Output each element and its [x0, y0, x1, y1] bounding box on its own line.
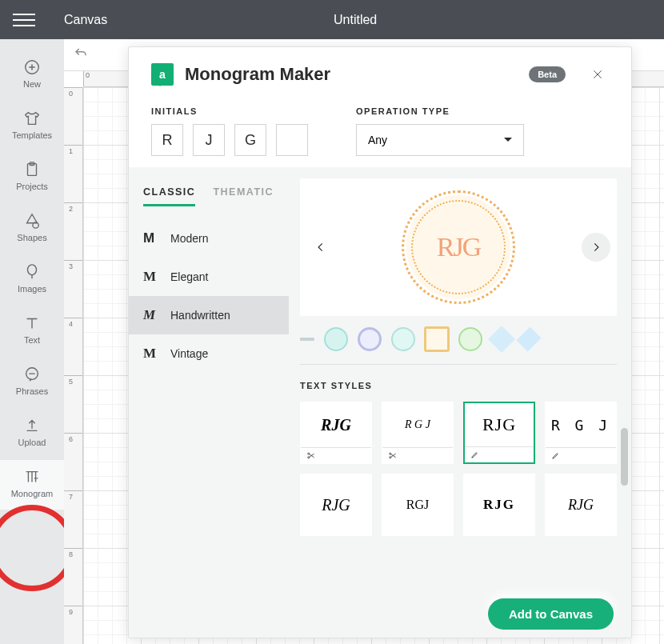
shirt-icon: [23, 110, 41, 127]
style-label: Handwritten: [170, 309, 230, 322]
text-style-sample: R G J: [546, 402, 616, 447]
monogram-panel: a Monogram Maker Beta INITIALS R J G OPE…: [128, 46, 632, 638]
text-style-card[interactable]: RJG: [300, 402, 372, 464]
preview-card: RJG: [300, 178, 617, 316]
initial-input-1[interactable]: R: [151, 124, 183, 156]
next-button[interactable]: [582, 233, 610, 262]
text-style-card[interactable]: RJG: [463, 474, 535, 536]
text-style-sample: RJG: [301, 402, 371, 447]
chevron-right-icon: [590, 239, 602, 255]
add-to-canvas-button[interactable]: Add to Canvas: [488, 598, 614, 630]
scrollbar-thumb[interactable]: [621, 428, 628, 486]
sidebar-item-images[interactable]: Images: [0, 255, 64, 305]
left-sidebar: New Templates Projects Shapes Images Tex…: [0, 39, 64, 644]
close-icon: [591, 68, 604, 81]
text-icon: [23, 314, 41, 332]
style-label: Modern: [170, 232, 208, 245]
sidebar-label: Templates: [12, 130, 52, 140]
ruler-vertical: 0123456789: [64, 87, 83, 644]
text-style-sample: RGJ: [382, 474, 453, 535]
color-swatch-selected[interactable]: [425, 327, 449, 351]
style-modern[interactable]: M Modern: [129, 219, 289, 258]
color-swatch[interactable]: [516, 326, 541, 351]
sidebar-label: Images: [18, 284, 46, 294]
text-styles-grid: RJGR G JRJGR G JRJGRGJRJGRJG: [300, 402, 617, 544]
text-style-card[interactable]: RGJ: [382, 474, 454, 536]
sidebar-item-templates[interactable]: Templates: [0, 102, 64, 151]
sidebar-label: New: [23, 79, 41, 89]
color-swatch[interactable]: [358, 327, 382, 351]
tab-thematic[interactable]: THEMATIC: [213, 186, 274, 206]
sidebar-item-shapes[interactable]: Shapes: [0, 204, 64, 254]
scissors-icon: [301, 447, 371, 463]
sidebar-label: Monogram: [11, 489, 54, 498]
text-style-sample: RJG: [546, 474, 616, 535]
pen-icon: [465, 446, 534, 462]
text-style-sample: RJG: [301, 474, 371, 535]
sidebar-label: Upload: [18, 438, 46, 447]
initials-row: R J G: [151, 124, 308, 156]
initials-label: INITIALS: [151, 106, 308, 116]
text-style-sample: RJG: [464, 474, 534, 535]
monogram-icon: [23, 468, 41, 486]
chat-icon: [23, 366, 41, 383]
color-swatch[interactable]: [391, 327, 415, 351]
sidebar-label: Projects: [16, 182, 48, 191]
sidebar-label: Shapes: [17, 233, 46, 242]
initial-input-3[interactable]: G: [234, 124, 266, 156]
panel-title: Monogram Maker: [185, 64, 518, 85]
balloon-icon: [23, 263, 41, 281]
shapes-icon: [23, 212, 41, 230]
initial-input-2[interactable]: J: [193, 124, 225, 156]
text-style-card[interactable]: RJG: [463, 402, 535, 464]
text-styles-label: TEXT STYLES: [300, 365, 617, 402]
plus-circle-icon: [23, 58, 41, 76]
sidebar-item-upload[interactable]: Upload: [0, 409, 64, 458]
text-style-sample: RJG: [465, 403, 534, 446]
app-name: Canvas: [64, 13, 107, 27]
document-title[interactable]: Untitled: [334, 13, 377, 26]
panel-logo-icon: a: [151, 63, 174, 86]
chevron-down-icon: [504, 138, 512, 146]
chevron-left-icon: [315, 239, 326, 255]
style-elegant[interactable]: M Elegant: [129, 258, 289, 296]
style-handwritten[interactable]: M Handwritten: [129, 296, 289, 334]
sidebar-item-projects[interactable]: Projects: [0, 153, 64, 202]
upload-icon: [23, 417, 41, 434]
menu-icon[interactable]: [13, 14, 35, 26]
style-glyph: M: [143, 230, 161, 246]
beta-badge: Beta: [529, 66, 566, 82]
sidebar-item-phrases[interactable]: Phrases: [0, 358, 64, 407]
color-swatch[interactable]: [324, 327, 348, 351]
pen-icon: [546, 447, 616, 463]
style-glyph: M: [143, 307, 161, 323]
undo-button[interactable]: [74, 46, 88, 64]
monogram-preview: RJG: [406, 195, 510, 299]
style-label: Elegant: [170, 270, 208, 283]
sidebar-label: Text: [24, 335, 40, 345]
sidebar-item-text[interactable]: Text: [0, 306, 64, 356]
style-vintage[interactable]: M Vintage: [129, 334, 289, 373]
operation-type-select[interactable]: Any: [356, 124, 524, 156]
clipboard-icon: [23, 161, 41, 178]
text-style-card[interactable]: R G J: [545, 402, 617, 464]
style-glyph: M: [143, 269, 161, 285]
color-swatch[interactable]: [488, 326, 515, 353]
text-style-sample: R G J: [382, 402, 453, 447]
color-swatch[interactable]: [458, 327, 482, 351]
style-glyph: M: [143, 346, 161, 362]
text-style-card[interactable]: RJG: [300, 474, 372, 536]
svg-point-4: [28, 265, 37, 275]
sidebar-item-new[interactable]: New: [0, 50, 64, 100]
tab-classic[interactable]: CLASSIC: [143, 186, 195, 206]
sidebar-item-monogram[interactable]: Monogram: [0, 460, 64, 510]
operation-type-label: OPERATION TYPE: [356, 106, 524, 116]
color-swatch[interactable]: [300, 338, 314, 341]
sidebar-label: Phrases: [16, 386, 48, 396]
operation-value: Any: [368, 134, 387, 146]
text-style-card[interactable]: R G J: [382, 402, 454, 464]
text-style-card[interactable]: RJG: [545, 474, 617, 536]
initial-input-4[interactable]: [276, 124, 308, 156]
close-button[interactable]: [586, 63, 609, 86]
prev-button[interactable]: [306, 233, 335, 262]
